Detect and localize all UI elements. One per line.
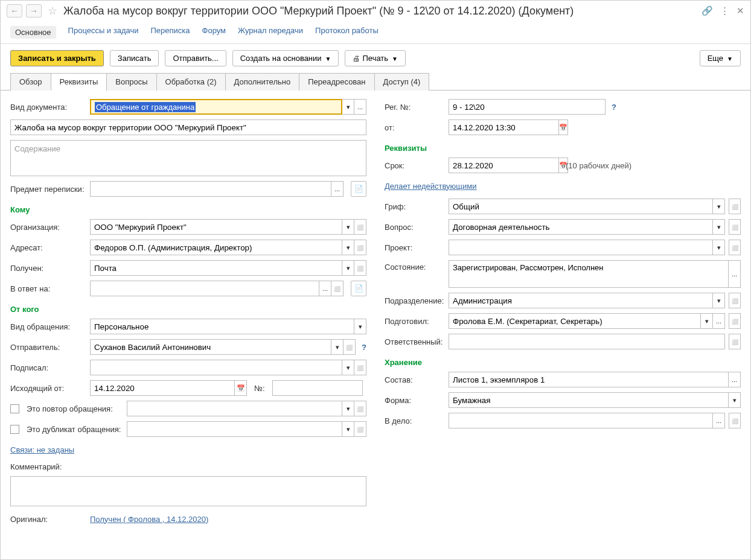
dropdown-button[interactable]: ▾ — [729, 392, 741, 408]
dropdown-button[interactable]: ▾ — [342, 240, 354, 255]
open-button[interactable] — [729, 413, 741, 428]
open-button[interactable] — [729, 293, 741, 308]
open-button[interactable] — [354, 360, 366, 375]
dropdown-button[interactable]: ▾ — [342, 219, 354, 235]
subject-input[interactable] — [10, 119, 366, 135]
ellipsis-button[interactable]: ... — [729, 260, 741, 288]
ellipsis-button[interactable]: ... — [729, 372, 741, 387]
open-button[interactable] — [354, 421, 366, 437]
dropdown-button[interactable]: ▾ — [713, 240, 725, 255]
outgoing-num-input[interactable] — [272, 380, 363, 396]
ellipsis-button[interactable]: ... — [319, 281, 331, 296]
sender-input[interactable] — [90, 339, 331, 355]
addressee-input[interactable] — [90, 240, 342, 255]
tab-access[interactable]: Доступ (4) — [374, 73, 430, 91]
reply-to-input[interactable] — [90, 281, 319, 296]
open-button[interactable] — [729, 313, 741, 329]
dropdown-button[interactable]: ▾ — [342, 421, 354, 437]
reg-num-input[interactable] — [449, 99, 606, 115]
print-button[interactable]: Печать▼ — [345, 50, 406, 66]
help-icon[interactable]: ? — [362, 343, 366, 352]
dropdown-button[interactable]: ▾ — [713, 219, 725, 235]
dropdown-button[interactable]: ▾ — [713, 199, 725, 214]
tab-requisites[interactable]: Реквизиты — [51, 73, 107, 91]
help-icon[interactable]: ? — [612, 103, 616, 112]
term-input[interactable] — [449, 158, 559, 173]
open-button[interactable] — [344, 339, 356, 355]
favorite-star-icon[interactable]: ☆ — [48, 4, 57, 18]
ellipsis-button[interactable]: ... — [331, 181, 344, 197]
prepared-input[interactable] — [449, 313, 701, 329]
open-button[interactable] — [729, 199, 741, 214]
project-input[interactable] — [449, 240, 713, 255]
ellipsis-button[interactable]: ... — [713, 413, 725, 428]
repeat-input[interactable] — [127, 401, 342, 416]
invalidates-link[interactable]: Делает недействующими — [385, 182, 476, 191]
close-icon[interactable]: ✕ — [737, 5, 744, 16]
ellipsis-button[interactable]: ... — [354, 99, 366, 115]
dropdown-button[interactable]: ▾ — [701, 313, 713, 329]
original-link[interactable]: Получен ( Фролова , 14.12.2020) — [90, 515, 208, 524]
tab-processing[interactable]: Обработка (2) — [156, 73, 226, 91]
dropdown-button[interactable]: ▾ — [342, 260, 354, 276]
in-case-input[interactable] — [449, 413, 713, 428]
dept-input[interactable] — [449, 293, 713, 308]
dropdown-button[interactable]: ▾ — [713, 293, 725, 308]
save-button[interactable]: Записать — [110, 50, 159, 66]
dropdown-button[interactable]: ▾ — [331, 339, 344, 355]
doc-type-input[interactable]: Обращение от гражданина — [90, 99, 342, 115]
tab-overview[interactable]: Обзор — [10, 73, 51, 91]
duplicate-checkbox[interactable] — [10, 425, 19, 434]
dropdown-button[interactable]: ▾ — [342, 401, 354, 416]
open-button[interactable] — [729, 334, 741, 349]
open-button[interactable] — [331, 281, 344, 296]
received-input[interactable] — [90, 260, 342, 276]
link-processes[interactable]: Процессы и задачи — [68, 26, 139, 39]
link-work-protocol[interactable]: Протокол работы — [315, 26, 379, 39]
dropdown-button[interactable]: ▾ — [342, 360, 354, 375]
open-button[interactable] — [729, 219, 741, 235]
copy-icon[interactable] — [351, 181, 366, 197]
from-date-input[interactable] — [449, 119, 559, 135]
signed-input[interactable] — [90, 360, 342, 375]
link-main[interactable]: Основное — [10, 26, 56, 39]
calendar-icon[interactable] — [559, 119, 568, 135]
responsible-input[interactable] — [449, 334, 725, 349]
send-button[interactable]: Отправить... — [165, 50, 226, 66]
more-button[interactable]: Еще▼ — [700, 50, 741, 66]
grif-input[interactable] — [449, 199, 713, 214]
tab-questions[interactable]: Вопросы — [106, 73, 156, 91]
duplicate-input[interactable] — [127, 421, 342, 437]
question-input[interactable] — [449, 219, 713, 235]
outgoing-date-input[interactable] — [90, 380, 235, 396]
calendar-icon[interactable] — [235, 380, 247, 396]
open-button[interactable] — [354, 260, 366, 276]
appeal-type-input[interactable] — [90, 319, 354, 334]
form-input[interactable] — [449, 392, 729, 408]
dropdown-button[interactable]: ▾ — [354, 319, 366, 334]
open-button[interactable] — [354, 219, 366, 235]
link-correspondence[interactable]: Переписка — [151, 26, 190, 39]
repeat-checkbox[interactable] — [10, 404, 19, 413]
copy-icon[interactable] — [351, 281, 366, 296]
link-forum[interactable]: Форум — [202, 26, 226, 39]
tab-additional[interactable]: Дополнительно — [225, 73, 300, 91]
corr-subject-input[interactable] — [90, 181, 331, 197]
links-link[interactable]: Связи: не заданы — [10, 445, 74, 454]
content-textarea[interactable]: Содержание — [10, 140, 366, 176]
create-based-button[interactable]: Создать на основании▼ — [232, 50, 339, 66]
open-button[interactable] — [354, 240, 366, 255]
open-button[interactable] — [354, 401, 366, 416]
state-input[interactable]: Зарегистрирован, Рассмотрен, Исполнен — [449, 260, 729, 288]
back-button[interactable]: ← — [7, 4, 22, 18]
open-button[interactable] — [729, 240, 741, 255]
forward-button[interactable]: → — [26, 4, 42, 18]
link-transfer-log[interactable]: Журнал передачи — [238, 26, 303, 39]
save-close-button[interactable]: Записать и закрыть — [10, 50, 104, 66]
link-icon[interactable]: 🔗 — [701, 5, 713, 16]
composition-input[interactable] — [449, 372, 729, 387]
kebab-menu-icon[interactable]: ⋮ — [720, 5, 729, 16]
ellipsis-button[interactable]: ... — [713, 313, 725, 329]
comment-textarea[interactable] — [10, 476, 366, 506]
org-input[interactable] — [90, 219, 342, 235]
